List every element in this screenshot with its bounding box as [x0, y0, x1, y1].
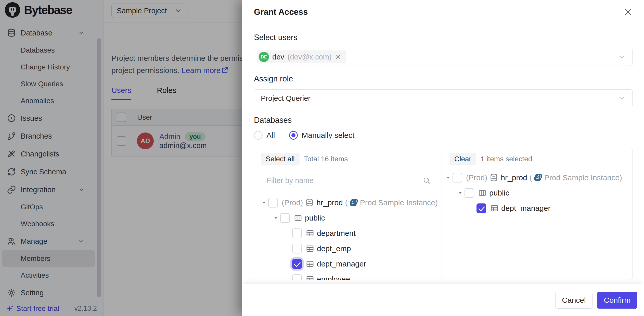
table-icon — [306, 244, 314, 253]
tree-row-employee[interactable]: employee — [254, 272, 442, 280]
tree-row-public[interactable]: public — [254, 210, 442, 226]
selected-count-label: 1 items selected — [481, 155, 532, 163]
radio-manually-select[interactable]: Manually select — [289, 131, 354, 140]
assign-role-label: Assign role — [254, 74, 633, 83]
tree-row-dept_emp[interactable]: dept_emp — [254, 241, 442, 256]
total-items-label: Total 16 items — [304, 155, 348, 163]
transfer-source-pane: Select all Total 16 items (Prod)hr_prod(… — [254, 148, 442, 280]
postgresql-icon — [349, 198, 358, 207]
grant-access-modal: Grant Access Select users DEdev(dev@x.co… — [242, 0, 644, 316]
users-multiselect[interactable]: DEdev(dev@x.com) — [254, 48, 633, 66]
tree-row-dept_manager[interactable]: dept_manager — [254, 256, 442, 272]
tree-row-public[interactable]: public — [442, 185, 632, 201]
radio-label: All — [266, 131, 275, 140]
radio-circle[interactable] — [254, 131, 263, 140]
environment-label: (Prod) — [466, 173, 487, 182]
table-icon — [490, 204, 499, 213]
role-select-value: Project Querier — [261, 94, 311, 103]
tree-node-name: hr_prod — [501, 173, 527, 182]
chip-user-email: (dev@x.com) — [288, 53, 332, 61]
select-users-label: Select users — [254, 33, 633, 42]
tree-checkbox[interactable] — [476, 203, 486, 213]
tree-node-name: public — [305, 214, 325, 222]
remove-chip-icon[interactable] — [335, 54, 342, 60]
schema-icon — [294, 214, 302, 222]
database-scope-radios: AllManually select — [254, 130, 633, 140]
search-icon — [423, 177, 430, 184]
tree-checkbox[interactable] — [280, 213, 290, 223]
tree-node-name: public — [489, 189, 509, 197]
caret-down-icon[interactable] — [273, 215, 279, 221]
tree-node-name: employee — [317, 275, 350, 280]
database-icon — [490, 173, 498, 182]
tree-checkbox[interactable] — [292, 244, 302, 253]
modal-footer: Cancel Confirm — [242, 284, 644, 316]
modal-title: Grant Access — [254, 7, 308, 17]
selected-user-chip: DEdev(dev@x.com) — [257, 51, 346, 63]
tree-row-hr_prod[interactable]: (Prod)hr_prod(Prod Sample Instance) — [254, 195, 442, 210]
chevron-down-icon — [618, 53, 626, 61]
cancel-button[interactable]: Cancel — [555, 292, 593, 309]
avatar: DE — [259, 52, 269, 62]
tree-node-name: dept_emp — [317, 244, 351, 253]
transfer-selected-pane: Clear 1 items selected (Prod)hr_prod(Pro… — [442, 148, 632, 280]
instance-label: ( — [530, 173, 532, 182]
radio-all[interactable]: All — [254, 131, 275, 140]
caret-down-icon[interactable] — [457, 190, 463, 196]
close-icon[interactable] — [624, 8, 633, 16]
modal-header: Grant Access — [242, 0, 644, 24]
selected-database-tree: (Prod)hr_prod(Prod Sample Instance)publi… — [442, 170, 632, 216]
instance-label: ( — [345, 198, 348, 207]
database-icon — [305, 198, 314, 207]
table-icon — [306, 275, 314, 280]
environment-label: (Prod) — [282, 198, 303, 207]
tree-row-dept_manager[interactable]: dept_manager — [442, 201, 632, 216]
caret-down-icon[interactable] — [445, 175, 451, 181]
radio-circle[interactable] — [289, 131, 298, 140]
databases-label: Databases — [254, 116, 633, 125]
clear-button[interactable]: Clear — [449, 153, 476, 165]
tree-node-name: department — [317, 229, 356, 238]
chevron-down-icon — [618, 94, 626, 102]
tree-node-name: hr_prod — [316, 198, 343, 207]
caret-down-icon[interactable] — [261, 200, 267, 206]
tree-node-name: dept_manager — [317, 260, 366, 268]
source-database-tree: (Prod)hr_prod(Prod Sample Instance)publi… — [254, 195, 442, 280]
database-transfer-panel: Select all Total 16 items (Prod)hr_prod(… — [254, 148, 633, 280]
tree-row-hr_prod[interactable]: (Prod)hr_prod(Prod Sample Instance) — [442, 170, 632, 185]
tree-checkbox[interactable] — [453, 173, 462, 183]
tree-checkbox[interactable] — [292, 259, 302, 269]
confirm-button[interactable]: Confirm — [597, 292, 637, 309]
postgresql-icon — [534, 173, 543, 182]
radio-label: Manually select — [302, 131, 354, 140]
table-icon — [306, 229, 314, 238]
table-icon — [306, 260, 314, 268]
instance-name: Prod Sample Instance) — [360, 198, 438, 207]
role-select[interactable]: Project Querier — [254, 89, 633, 107]
select-all-button[interactable]: Select all — [261, 153, 300, 165]
filter-by-name-input[interactable] — [261, 173, 435, 188]
tree-node-name: dept_manager — [501, 204, 550, 213]
modal-body: Select users DEdev(dev@x.com) Assign rol… — [242, 25, 644, 316]
tree-row-department[interactable]: department — [254, 226, 442, 241]
tree-checkbox[interactable] — [292, 228, 302, 238]
tree-checkbox[interactable] — [268, 198, 278, 208]
schema-icon — [478, 189, 487, 197]
instance-name: Prod Sample Instance) — [544, 173, 622, 182]
chip-user-name: dev — [272, 53, 284, 61]
tree-checkbox[interactable] — [292, 274, 302, 280]
tree-checkbox[interactable] — [465, 188, 474, 198]
